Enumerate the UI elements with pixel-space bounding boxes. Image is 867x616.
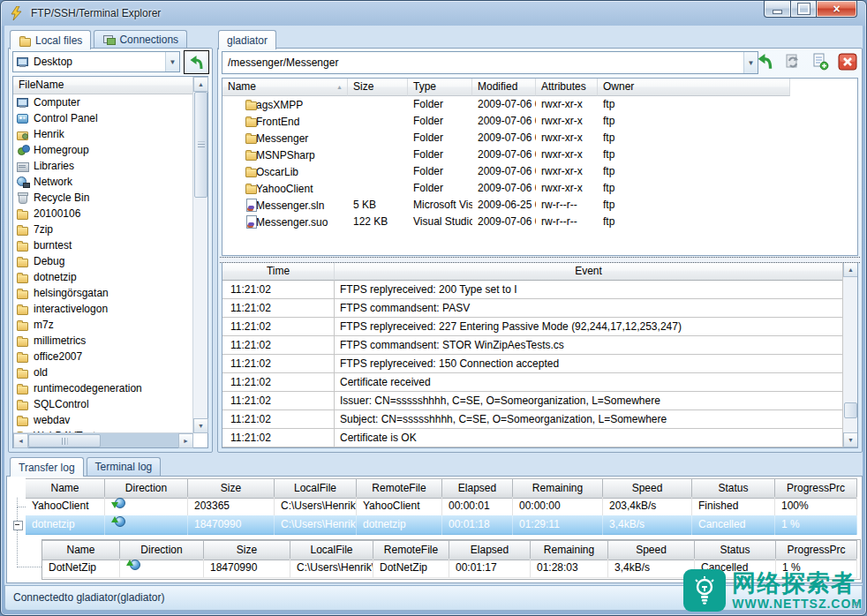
scrollbar-thumb[interactable] [844, 402, 857, 418]
combo-dropdown-arrow[interactable]: ▼ [165, 52, 179, 71]
column-header[interactable]: RemoteFile [357, 478, 442, 499]
file-row[interactable]: FrontEnd Folder 2009-07-06 00:0… rwxr-xr… [222, 113, 857, 130]
column-header[interactable]: Size [348, 79, 408, 96]
column-header[interactable]: Time [222, 262, 335, 281]
column-header[interactable]: ProgressPrc [775, 478, 857, 499]
event-row[interactable]: 11:21:02 FTPS replyreceived: 200 Type se… [222, 281, 843, 299]
column-header[interactable]: LocalFile [290, 540, 373, 560]
file-row[interactable]: MSNPSharp Folder 2009-07-06 00:0… rwxr-x… [222, 146, 857, 163]
refresh-button[interactable] [782, 51, 803, 72]
column-header[interactable]: Direction [105, 478, 188, 499]
event-row[interactable]: 11:21:02 Certificate received [222, 373, 843, 392]
column-header[interactable]: Speed [608, 540, 695, 560]
event-row[interactable]: 11:21:02 FTPS commandsent: PASV [222, 299, 843, 318]
up-directory-button[interactable] [755, 51, 776, 72]
file-row[interactable]: OscarLib Folder 2009-07-06 00:0… rwxr-xr… [222, 163, 857, 180]
column-header[interactable]: Attributes [536, 79, 598, 96]
scroll-left-button[interactable]: ◄ [13, 433, 28, 448]
scroll-up-button[interactable]: ▲ [843, 262, 858, 277]
column-header[interactable]: Remaining [513, 478, 603, 499]
remote-path-combobox[interactable]: /messenger/Messenger ▼ [222, 51, 758, 74]
tree-item[interactable]: interactivelogon [13, 301, 193, 317]
file-row[interactable]: YahooClient Folder 2009-07-06 00:0… rwxr… [222, 180, 857, 197]
event-row[interactable]: 11:21:02 FTPS replyreceived: 227 Enterin… [222, 318, 843, 336]
event-row[interactable]: 11:21:02 FTPS commandsent: STOR WinZipAe… [222, 336, 843, 355]
file-row[interactable]: Messenger.suo 122 KB Visual Studio Sol… … [222, 214, 857, 230]
tree-item[interactable]: Network [13, 174, 193, 190]
tree-item[interactable]: 20100106 [13, 206, 193, 222]
column-header[interactable]: Status [695, 540, 776, 560]
tree-item[interactable]: runtimecodegeneration [13, 380, 193, 396]
event-row[interactable]: 11:21:02 Issuer: CN=ssssshhhh, C=SE, O=S… [222, 392, 843, 410]
tree-horizontal-scrollbar[interactable]: ◄ ► [13, 432, 193, 447]
tree-item[interactable]: Computer [13, 94, 193, 110]
column-header[interactable]: Status [692, 478, 775, 499]
tree-column-header[interactable]: FileName [13, 77, 193, 94]
up-directory-button[interactable] [184, 50, 209, 74]
column-header[interactable]: Owner [598, 79, 790, 96]
column-header[interactable]: Type [408, 79, 472, 96]
file-row[interactable]: Messenger.sln 5 KB Microsoft Visual… 200… [222, 197, 857, 214]
column-header[interactable]: Name▲ [222, 79, 348, 96]
location-combobox[interactable]: Desktop ▼ [12, 51, 180, 72]
tab-transfer-log[interactable]: Transfer log [10, 457, 84, 477]
tab-local-files[interactable]: Connections [94, 30, 187, 49]
column-header[interactable]: Modified [472, 79, 536, 96]
tree-item[interactable]: burntest [13, 237, 193, 253]
tree-vertical-scrollbar[interactable]: ▲ ▼ [192, 77, 207, 433]
close-connection-button[interactable] [837, 51, 858, 72]
tree-item[interactable]: office2007 [13, 349, 193, 364]
transfer-row-dotnetzip[interactable]: dotnetzip18470990C:\Users\Henrik\dotnetz… [26, 515, 857, 534]
transfer-row-yahooclient[interactable]: YahooClient203365C:\Users\Henrik\YahooCl… [26, 497, 857, 515]
resize-grip[interactable] [851, 599, 860, 608]
column-header[interactable]: LocalFile [275, 478, 357, 499]
column-header[interactable]: Elapsed [449, 540, 531, 560]
event-row[interactable]: 11:21:02 Subject: CN=ssssshhhh, C=SE, O=… [222, 410, 843, 429]
tree-item[interactable]: Libraries [13, 158, 193, 174]
collapse-expander-icon[interactable] [13, 521, 23, 530]
tree-item[interactable]: helsingörsgatan [13, 285, 193, 301]
tab-transfer-log[interactable]: Terminal log [87, 457, 162, 476]
column-header[interactable]: Event [335, 262, 843, 281]
tree-item[interactable]: Homegroup [13, 142, 193, 158]
new-folder-button[interactable] [810, 51, 831, 72]
tree-item[interactable]: old [13, 364, 193, 380]
tree-item[interactable]: 7zip [13, 222, 193, 237]
tab-connection-gladiator[interactable]: gladiator [218, 30, 276, 49]
scrollbar-thumb[interactable] [28, 434, 101, 447]
minimize-icon[interactable] [764, 1, 791, 18]
tree-item[interactable]: Recycle Bin [13, 190, 193, 206]
column-header[interactable]: Speed [603, 478, 692, 499]
close-icon[interactable]: × [816, 1, 857, 18]
restore-icon[interactable] [791, 1, 816, 18]
column-header[interactable]: Size [188, 478, 275, 499]
event-log-scrollbar[interactable]: ▲ ▼ [842, 262, 857, 447]
tree-item[interactable]: millimetrics [13, 333, 193, 349]
event-row[interactable]: 11:21:02 Certificate is OK [222, 429, 843, 447]
scrollbar-thumb[interactable] [194, 92, 207, 198]
tree-item[interactable]: Henrik [13, 126, 193, 142]
column-header[interactable]: Direction [120, 540, 204, 560]
column-header[interactable]: Remaining [531, 540, 608, 560]
tree-item[interactable]: webdav [13, 412, 193, 428]
scroll-right-button[interactable]: ► [178, 433, 193, 448]
tree-item[interactable]: SQLControl [13, 396, 193, 412]
column-header[interactable]: ProgressPrc [776, 540, 857, 560]
column-header[interactable]: Size [204, 540, 290, 560]
tree-item[interactable]: Control Panel [13, 110, 193, 126]
file-row[interactable]: agsXMPP Folder 2009-07-06 00:0… rwxr-xr-… [222, 96, 857, 113]
column-header[interactable]: Name [42, 540, 120, 560]
event-row[interactable]: 11:21:02 FTPS replyreceived: 150 Connect… [222, 355, 843, 373]
file-row[interactable]: Messenger Folder 2009-07-06 00:0… rwxr-x… [222, 130, 857, 146]
scroll-up-button[interactable]: ▲ [193, 77, 208, 92]
column-header[interactable]: Name [26, 478, 105, 499]
scroll-down-button[interactable]: ▼ [843, 432, 858, 447]
horizontal-splitter[interactable] [220, 257, 860, 263]
tree-item[interactable]: m7z [13, 317, 193, 333]
column-header[interactable]: RemoteFile [373, 540, 449, 560]
tab-local-files[interactable]: Local files [10, 30, 91, 49]
tree-item[interactable]: Debug [13, 253, 193, 269]
tree-item[interactable]: dotnetzip [13, 269, 193, 285]
scroll-down-button[interactable]: ▼ [193, 418, 208, 433]
column-header[interactable]: Elapsed [442, 478, 513, 499]
